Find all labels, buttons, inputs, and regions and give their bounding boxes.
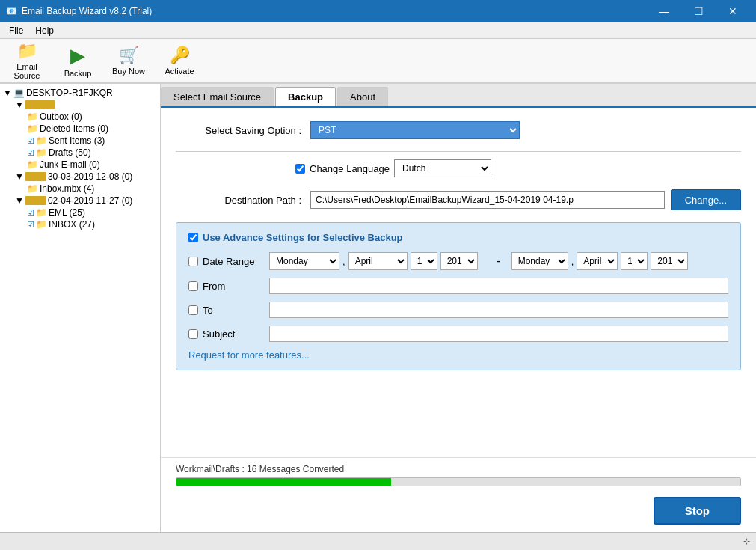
tab-about[interactable]: About — [337, 87, 388, 106]
advance-settings-checkbox[interactable] — [188, 233, 198, 242]
sidebar-item-junk[interactable]: 📁 Junk E-mail (0) — [0, 159, 160, 171]
maximize-button[interactable]: ☐ — [681, 0, 716, 22]
date-comma2: , — [571, 256, 574, 267]
date-from-day[interactable]: MondayTuesdayWednesday — [269, 252, 339, 270]
status-bar: ⊹ — [0, 532, 756, 550]
computer-icon: 💻 — [13, 88, 25, 98]
folder-icon-outbox: 📁 — [27, 111, 38, 122]
language-select[interactable]: Dutch English German French Spanish — [394, 159, 491, 177]
backup-label: Backup — [64, 69, 92, 78]
menu-help[interactable]: Help — [29, 24, 60, 37]
date-to-month[interactable]: April — [577, 252, 618, 270]
expand-icon4: ▼ — [15, 195, 24, 206]
to-row: To — [188, 302, 728, 318]
stop-button[interactable]: Stop — [654, 497, 741, 525]
menu-file[interactable]: File — [3, 24, 29, 37]
advance-settings-title: Use Advance Settings for Selective Backu… — [188, 232, 728, 243]
content-area: Select Email Source Backup About Select … — [161, 84, 756, 532]
outbox-label: Outbox (0) — [40, 111, 82, 122]
checkbox-drafts[interactable]: ☑ — [27, 148, 34, 158]
sidebar-item-root[interactable]: ▼ 💻 DESKTOP-R1FJKQR — [0, 87, 160, 99]
date-from-date[interactable]: 15 — [411, 252, 437, 270]
checkbox-eml[interactable]: ☑ — [27, 208, 34, 218]
subject-row: Subject — [188, 326, 728, 342]
folder2-color-icon — [25, 172, 46, 181]
date-to-day[interactable]: MondayTuesday — [511, 252, 568, 270]
toolbar: 📁 Email Source ▶ Backup 🛒 Buy Now 🔑 Acti… — [0, 39, 756, 84]
change-button[interactable]: Change... — [671, 189, 741, 210]
sidebar-item-inboxmbx[interactable]: 📁 Inbox.mbx (4) — [0, 183, 160, 195]
minimize-button[interactable]: — — [647, 0, 681, 22]
date-range-checkbox[interactable] — [188, 257, 198, 266]
sidebar-item-drafts[interactable]: ☑ 📁 Drafts (50) — [0, 147, 160, 159]
sidebar-item-userfolder[interactable]: ▼ — [0, 99, 160, 111]
to-checkbox[interactable] — [188, 305, 198, 315]
destination-row: Destination Path : Change... — [176, 189, 741, 210]
deleted-label: Deleted Items (0) — [40, 123, 108, 134]
folder1-label: 30-03-2019 12-08 (0) — [48, 171, 132, 182]
sidebar-item-eml[interactable]: ☑ 📁 EML (25) — [0, 207, 160, 219]
activate-label: Activate — [165, 67, 194, 76]
folder-color-icon — [25, 100, 55, 109]
destination-label: Destination Path : — [176, 195, 310, 206]
checkbox-inbox[interactable]: ☑ — [27, 220, 34, 230]
activate-button[interactable]: 🔑 Activate — [156, 41, 203, 80]
date-from-month[interactable]: AprilJanuaryFebruary — [348, 252, 408, 270]
from-input[interactable] — [269, 278, 728, 294]
sent-label: Sent Items (3) — [49, 135, 105, 146]
destination-input[interactable] — [310, 191, 665, 209]
buy-now-button[interactable]: 🛒 Buy Now — [105, 41, 153, 80]
close-button[interactable]: ✕ — [716, 0, 750, 22]
sidebar-item-deleted[interactable]: 📁 Deleted Items (0) — [0, 123, 160, 135]
inboxmbx-label: Inbox.mbx (4) — [40, 183, 94, 194]
saving-option-row: Select Saving Option : PST EML MSG PDF M… — [176, 121, 741, 139]
saving-option-select[interactable]: PST EML MSG PDF MBOX — [310, 121, 520, 139]
folder-icon-drafts: 📁 — [36, 147, 47, 158]
sidebar-item-folder1[interactable]: ▼ 30-03-2019 12-08 (0) — [0, 171, 160, 183]
subject-input[interactable] — [269, 326, 728, 342]
tab-backup[interactable]: Backup — [275, 87, 336, 106]
from-label: From — [203, 281, 225, 292]
folder-icon-sent: 📁 — [36, 135, 47, 146]
drafts-label: Drafts (50) — [49, 147, 91, 158]
folder-icon-inbox: 📁 — [36, 219, 47, 230]
sidebar-item-outbox[interactable]: 📁 Outbox (0) — [0, 111, 160, 123]
date-to-date[interactable]: 15 — [621, 252, 648, 270]
progress-bar-fill — [176, 478, 391, 486]
expand-icon3: ▼ — [15, 171, 24, 182]
backup-icon: ▶ — [70, 44, 85, 67]
date-to-group: MondayTuesday , April 15 2019 — [511, 252, 728, 270]
language-row: Change Language Dutch English German Fre… — [295, 159, 741, 177]
request-link[interactable]: Request for more features... — [188, 349, 310, 361]
language-checkbox[interactable] — [295, 164, 305, 174]
folder-icon-inboxmbx: 📁 — [27, 183, 38, 194]
expand-icon: ▼ — [3, 88, 12, 98]
backup-button[interactable]: ▶ Backup — [54, 41, 102, 80]
expand-icon2: ▼ — [15, 100, 24, 110]
separator-1 — [176, 151, 741, 152]
checkbox-sent[interactable]: ☑ — [27, 136, 34, 146]
folder2-label: 02-04-2019 11-27 (0) — [48, 195, 132, 206]
junk-label: Junk E-mail (0) — [40, 159, 100, 170]
date-from-year[interactable]: 2019 — [440, 252, 478, 270]
saving-option-label: Select Saving Option : — [176, 125, 310, 136]
sidebar-item-inbox[interactable]: ☑ 📁 INBOX (27) — [0, 219, 160, 230]
email-source-button[interactable]: 📁 Email Source — [3, 41, 51, 80]
tab-select-email-source[interactable]: Select Email Source — [161, 87, 274, 106]
folder-icon-junk: 📁 — [27, 159, 38, 170]
to-input[interactable] — [269, 302, 728, 318]
sidebar-item-sent[interactable]: ☑ 📁 Sent Items (3) — [0, 135, 160, 147]
date-range-row: Date Range MondayTuesdayWednesday , Apri… — [188, 252, 728, 270]
subject-checkbox[interactable] — [188, 329, 198, 339]
activate-icon: 🔑 — [170, 46, 190, 65]
from-row: From — [188, 278, 728, 294]
folder-icon-eml: 📁 — [36, 207, 47, 218]
date-range-label: Date Range — [203, 256, 254, 267]
date-to-year[interactable]: 2019 — [651, 252, 688, 270]
subject-label: Subject — [203, 329, 235, 340]
sidebar-item-folder2[interactable]: ▼ 02-04-2019 11-27 (0) — [0, 195, 160, 207]
advance-title-label: Use Advance Settings for Selective Backu… — [203, 232, 403, 243]
window-title: Email Backup Wizard v8.2 (Trial) — [22, 6, 152, 16]
from-checkbox[interactable] — [188, 281, 198, 291]
status-text: ⊹ — [743, 537, 750, 546]
